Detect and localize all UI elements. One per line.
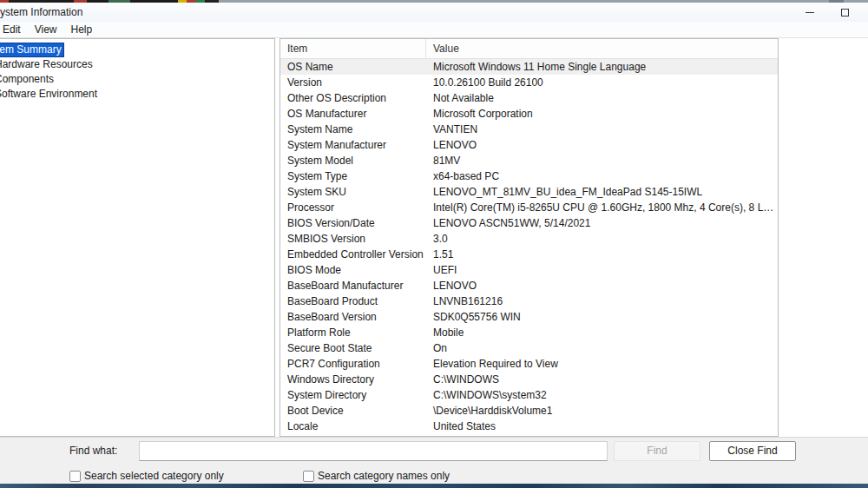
value-cell: Microsoft Windows 11 Home Single Languag…	[426, 59, 778, 75]
table-row[interactable]: Boot Device\Device\HarddiskVolume1	[280, 403, 778, 419]
table-row[interactable]: System Typex64-based PC	[280, 168, 778, 184]
item-cell: Version	[280, 75, 426, 90]
table-row[interactable]: PCR7 ConfigurationElevation Required to …	[280, 356, 778, 372]
value-cell: Intel(R) Core(TM) i5-8265U CPU @ 1.60GHz…	[426, 200, 778, 215]
find-what-label: Find what:	[69, 445, 117, 457]
table-row[interactable]: System ManufacturerLENOVO	[280, 137, 778, 153]
value-cell: SDK0Q55756 WIN	[426, 309, 778, 325]
table-row[interactable]: Platform RoleMobile	[280, 325, 778, 340]
item-cell: Windows Directory	[280, 372, 426, 387]
item-cell: Locale	[280, 419, 426, 434]
list-header: Item Value	[280, 39, 778, 59]
minimize-button[interactable]	[792, 3, 827, 22]
table-row[interactable]: SMBIOS Version3.0	[280, 231, 778, 247]
table-row[interactable]: System NameVANTIEN	[280, 122, 778, 137]
value-cell: 10.0.26100 Build 26100	[426, 75, 778, 90]
search-category-names-label: Search category names only	[318, 470, 450, 482]
item-cell: System SKU	[280, 184, 426, 200]
item-cell: BaseBoard Product	[280, 293, 426, 309]
value-cell: VANTIEN	[426, 122, 778, 137]
value-cell: 81MV	[426, 153, 778, 168]
table-row[interactable]: BIOS Version/DateLENOVO ASCN51WW, 5/14/2…	[280, 215, 778, 231]
table-row[interactable]: System Model81MV	[280, 153, 778, 168]
close-find-button[interactable]: Close Find	[709, 441, 796, 461]
category-tree-pane: System SummaryHardware ResourcesComponen…	[0, 38, 275, 437]
window-title: System Information	[0, 6, 82, 18]
value-cell: LENOVO_MT_81MV_BU_idea_FM_IdeaPad S145-1…	[426, 184, 778, 200]
maximize-icon	[841, 9, 849, 16]
menu-edit[interactable]: Edit	[0, 22, 28, 37]
find-input[interactable]	[139, 441, 608, 461]
table-row[interactable]: BaseBoard ManufacturerLENOVO	[280, 278, 778, 293]
table-row[interactable]: BIOS ModeUEFI	[280, 262, 778, 278]
table-row[interactable]: ProcessorIntel(R) Core(TM) i5-8265U CPU …	[280, 200, 778, 215]
menu-view[interactable]: View	[28, 22, 64, 37]
item-cell: PCR7 Configuration	[280, 356, 426, 372]
search-selected-category-checkbox[interactable]	[69, 471, 81, 482]
item-cell: System Name	[280, 122, 426, 137]
title-bar[interactable]: System Information	[0, 3, 868, 22]
table-row[interactable]: Other OS DescriptionNot Available	[280, 90, 778, 106]
maximize-button[interactable]	[827, 3, 862, 22]
item-cell: Secure Boot State	[280, 340, 426, 356]
search-selected-category-option[interactable]: Search selected category only	[69, 470, 224, 482]
tree-item-system-summary[interactable]: System Summary	[0, 43, 274, 58]
value-cell: x64-based PC	[426, 168, 778, 184]
find-bar: Find what: Find Close Find Search select…	[0, 437, 868, 484]
item-cell: OS Name	[280, 59, 426, 75]
search-selected-category-label: Search selected category only	[84, 470, 224, 482]
table-row[interactable]: System SKULENOVO_MT_81MV_BU_idea_FM_Idea…	[280, 184, 778, 200]
value-cell: 3.0	[426, 231, 778, 247]
item-cell: System Manufacturer	[280, 137, 426, 153]
value-cell: Elevation Required to View	[426, 356, 778, 372]
tree-item-software-environment[interactable]: Software Environment	[0, 88, 274, 102]
value-cell: C:\WINDOWS	[426, 372, 778, 387]
table-row[interactable]: Embedded Controller Version1.51	[280, 247, 778, 262]
search-category-names-option[interactable]: Search category names only	[303, 470, 450, 482]
column-header-item[interactable]: Item	[280, 39, 426, 58]
table-row[interactable]: OS NameMicrosoft Windows 11 Home Single …	[280, 59, 778, 75]
item-cell: System Type	[280, 168, 426, 184]
menu-bar: Edit View Help	[0, 22, 868, 37]
item-cell: System Model	[280, 153, 426, 168]
value-cell: United States	[426, 419, 778, 434]
system-information-window: System Information Edit View Help System…	[0, 0, 868, 488]
item-cell: BaseBoard Manufacturer	[280, 278, 426, 293]
value-cell: LENOVO	[426, 278, 778, 293]
item-cell: System Directory	[280, 387, 426, 403]
column-header-value[interactable]: Value	[426, 39, 778, 58]
item-cell: OS Manufacturer	[280, 106, 426, 122]
background-bottom-strip	[0, 484, 868, 488]
item-cell: Embedded Controller Version	[280, 247, 426, 262]
value-cell: LENOVO	[426, 137, 778, 153]
table-row[interactable]: BaseBoard VersionSDK0Q55756 WIN	[280, 309, 778, 325]
value-cell: Not Available	[426, 90, 778, 106]
table-row[interactable]: OS ManufacturerMicrosoft Corporation	[280, 106, 778, 122]
table-row[interactable]: BaseBoard ProductLNVNB161216	[280, 293, 778, 309]
value-cell: Mobile	[426, 325, 778, 340]
tree-item-components[interactable]: Components	[0, 73, 274, 88]
tree-item-label: System Summary	[0, 43, 63, 56]
value-cell: Microsoft Corporation	[426, 106, 778, 122]
table-row[interactable]: Version10.0.26100 Build 26100	[280, 75, 778, 90]
item-cell: BIOS Version/Date	[280, 215, 426, 231]
minimize-icon	[806, 12, 814, 13]
menu-help[interactable]: Help	[63, 22, 99, 37]
value-cell: C:\WINDOWS\system32	[426, 387, 778, 403]
table-row[interactable]: LocaleUnited States	[280, 419, 778, 434]
search-category-names-checkbox[interactable]	[303, 471, 314, 482]
tree-item-label: Software Environment	[0, 88, 99, 101]
item-cell: Processor	[280, 200, 426, 215]
table-row[interactable]: System DirectoryC:\WINDOWS\system32	[280, 387, 778, 403]
tree-item-label: Hardware Resources	[0, 58, 95, 71]
tree-item-label: Components	[0, 73, 56, 86]
item-cell: Other OS Description	[280, 90, 426, 106]
table-row[interactable]: Secure Boot StateOn	[280, 340, 778, 356]
detail-list-pane: Item Value OS NameMicrosoft Windows 11 H…	[279, 38, 779, 437]
tree-item-hardware-resources[interactable]: Hardware Resources	[0, 58, 274, 73]
value-cell: LNVNB161216	[426, 293, 778, 309]
find-button[interactable]: Find	[614, 441, 700, 461]
table-row[interactable]: Windows DirectoryC:\WINDOWS	[280, 372, 778, 387]
list-body: OS NameMicrosoft Windows 11 Home Single …	[280, 59, 778, 434]
item-cell: Platform Role	[280, 325, 426, 340]
